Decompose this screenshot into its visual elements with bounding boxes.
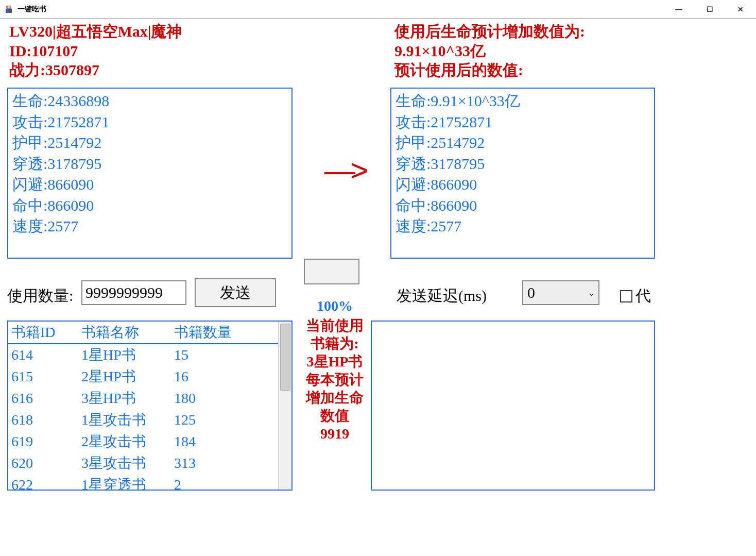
proxy-label: 代 — [635, 285, 651, 307]
cell-name: 3星攻击书 — [81, 452, 174, 474]
secondary-button[interactable] — [304, 259, 359, 284]
cell-name: 2星攻击书 — [81, 431, 174, 452]
cell-id: 619 — [11, 431, 81, 452]
cell-name: 1星HP书 — [81, 344, 174, 366]
stat-eva: 闪避:866090 — [12, 174, 287, 195]
stat-spd-after: 速度:2577 — [396, 216, 650, 237]
stat-atk: 攻击:21752871 — [12, 112, 287, 133]
content-area: LV320|超五悟空Max|魔神 ID:107107 战力:3507897 使用… — [0, 19, 756, 556]
table-row[interactable]: 6163星HP书180 — [8, 387, 291, 409]
cell-count: 180 — [174, 387, 275, 409]
quantity-input[interactable] — [81, 280, 186, 305]
col-name: 书籍名称 — [81, 322, 174, 343]
stat-hit: 命中:866090 — [12, 195, 287, 216]
cell-id: 622 — [11, 474, 81, 491]
table-row[interactable]: 6192星攻击书184 — [8, 431, 291, 452]
table-row[interactable]: 6141星HP书15 — [8, 344, 291, 366]
col-id: 书籍ID — [11, 322, 81, 343]
minimize-button[interactable]: — — [663, 0, 694, 18]
table-row[interactable]: 6221星穿透书2 — [8, 474, 291, 491]
cell-name: 3星HP书 — [81, 387, 174, 409]
cell-id: 618 — [11, 409, 81, 431]
close-button[interactable]: ✕ — [725, 0, 756, 18]
chevron-down-icon: ⌄ — [588, 287, 595, 298]
table-scrollbar[interactable] — [278, 322, 291, 490]
stat-atk-after: 攻击:21752871 — [396, 112, 650, 133]
window-title: 一键吃书 — [18, 5, 46, 14]
progress-percent: 100% — [304, 298, 366, 314]
maximize-button[interactable]: ☐ — [694, 0, 725, 18]
stat-def-after: 护甲:2514792 — [396, 132, 650, 154]
stat-hp: 生命:24336898 — [12, 91, 287, 112]
delay-label: 发送延迟(ms) — [397, 285, 487, 307]
stat-pen: 穿透:3178795 — [12, 154, 287, 175]
table-row[interactable]: 6152星HP书16 — [8, 366, 291, 387]
scroll-thumb[interactable] — [280, 324, 290, 391]
cell-id: 616 — [11, 387, 81, 409]
delay-value: 0 — [527, 284, 535, 301]
svg-point-2 — [8, 6, 10, 8]
stat-hit-after: 命中:866090 — [396, 195, 650, 216]
stat-pen-after: 穿透:3178795 — [396, 154, 650, 175]
app-icon — [4, 5, 13, 14]
log-panel — [371, 321, 655, 491]
cell-count: 125 — [174, 409, 275, 431]
prediction-header: 使用后生命预计增加数值为: 9.91×10^33亿 预计使用后的数值: — [394, 22, 652, 80]
cell-id: 615 — [11, 366, 81, 387]
predicted-stats-panel: 生命:9.91×10^33亿 攻击:21752871 护甲:2514792 穿透… — [390, 88, 655, 259]
checkbox-box[interactable] — [620, 290, 632, 302]
proxy-checkbox[interactable]: 代 — [620, 285, 651, 307]
cell-count: 2 — [174, 474, 275, 491]
stat-def: 护甲:2514792 — [12, 132, 287, 154]
cell-name: 1星穿透书 — [81, 474, 174, 491]
cell-name: 1星攻击书 — [81, 409, 174, 431]
arrow-icon: —> — [324, 153, 363, 188]
stat-eva-after: 闪避:866090 — [396, 174, 650, 195]
cell-id: 620 — [11, 452, 81, 474]
svg-rect-1 — [6, 9, 12, 13]
cell-count: 15 — [174, 344, 275, 366]
table-row[interactable]: 6203星攻击书313 — [8, 452, 291, 474]
book-table: 书籍ID 书籍名称 书籍数量 6141星HP书156152星HP书166163星… — [7, 321, 293, 491]
cell-count: 184 — [174, 431, 275, 452]
col-count: 书籍数量 — [174, 322, 275, 343]
cell-count: 313 — [174, 452, 275, 474]
delay-select[interactable]: 0 ⌄ — [522, 280, 599, 305]
send-button[interactable]: 发送 — [195, 278, 276, 307]
current-book-info: 当前使用 书籍为: 3星HP书 每本预计 增加生命 数值 9919 — [299, 316, 371, 443]
table-row[interactable]: 6181星攻击书125 — [8, 409, 291, 431]
cell-name: 2星HP书 — [81, 366, 174, 387]
current-stats-panel: 生命:24336898 攻击:21752871 护甲:2514792 穿透:31… — [7, 88, 293, 259]
character-header: LV320|超五悟空Max|魔神 ID:107107 战力:3507897 — [9, 22, 182, 80]
cell-id: 614 — [11, 344, 81, 366]
stat-hp-after: 生命:9.91×10^33亿 — [396, 91, 650, 112]
quantity-label: 使用数量: — [7, 285, 73, 307]
titlebar: 一键吃书 — ☐ ✕ — [0, 0, 756, 19]
table-header: 书籍ID 书籍名称 书籍数量 — [8, 322, 291, 344]
stat-spd: 速度:2577 — [12, 216, 287, 237]
cell-count: 16 — [174, 366, 275, 387]
